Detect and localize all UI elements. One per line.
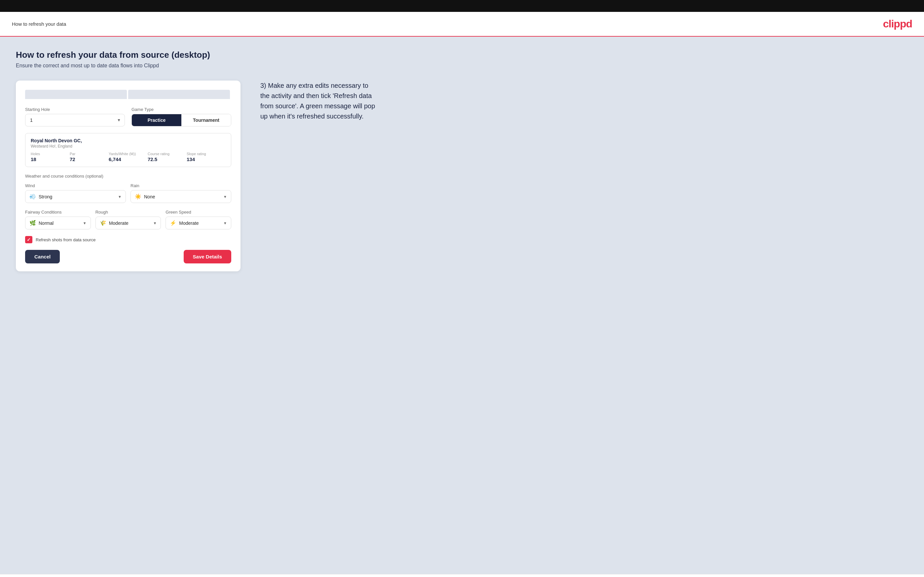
rain-select[interactable]: ☀️ None ▼ bbox=[131, 190, 231, 203]
rain-icon: ☀️ bbox=[135, 193, 141, 200]
course-info-box: Royal North Devon GC, Westward Ho!, Engl… bbox=[25, 133, 231, 167]
wind-label: Wind bbox=[25, 183, 126, 188]
green-speed-label: Green Speed bbox=[165, 210, 231, 214]
fairway-select[interactable]: 🌿 Normal ▼ bbox=[25, 216, 91, 229]
game-type-field: Game Type Practice Tournament bbox=[131, 107, 231, 126]
rough-value: Moderate bbox=[109, 221, 151, 226]
yards-value: 6,744 bbox=[109, 156, 148, 162]
rough-select[interactable]: 🌾 Moderate ▼ bbox=[95, 216, 161, 229]
tab-placeholder-1 bbox=[25, 90, 127, 99]
par-value: 72 bbox=[70, 156, 109, 162]
wind-arrow-icon: ▼ bbox=[118, 195, 121, 199]
green-speed-select[interactable]: ⚡ Moderate ▼ bbox=[165, 216, 231, 229]
course-location: Westward Ho!, England bbox=[31, 144, 226, 148]
wind-field: Wind 💨 Strong ▼ bbox=[25, 183, 126, 203]
starting-hole-select-wrapper: 1 ▼ bbox=[25, 114, 125, 126]
game-type-label: Game Type bbox=[131, 107, 231, 112]
stat-slope-rating: Slope rating 134 bbox=[187, 152, 226, 162]
holes-label: Holes bbox=[31, 152, 70, 156]
side-note: 3) Make any extra edits necessary to the… bbox=[260, 81, 379, 121]
stat-holes: Holes 18 bbox=[31, 152, 70, 162]
wind-select[interactable]: 💨 Strong ▼ bbox=[25, 190, 126, 203]
par-label: Par bbox=[70, 152, 109, 156]
fairway-label: Fairway Conditions bbox=[25, 210, 91, 214]
page-subheading: Ensure the correct and most up to date d… bbox=[16, 63, 908, 69]
fairway-value: Normal bbox=[39, 221, 80, 226]
fairway-icon: 🌿 bbox=[29, 220, 36, 226]
slope-rating-value: 134 bbox=[187, 156, 226, 162]
course-stats: Holes 18 Par 72 Yards/White (M)) 6,744 C… bbox=[31, 152, 226, 162]
stat-yards: Yards/White (M)) 6,744 bbox=[109, 152, 148, 162]
tab-placeholder-2 bbox=[128, 90, 230, 99]
game-type-toggle: Practice Tournament bbox=[131, 114, 231, 126]
practice-button[interactable]: Practice bbox=[132, 114, 181, 126]
wind-icon: 💨 bbox=[29, 193, 36, 200]
main-content: How to refresh your data from source (de… bbox=[0, 37, 924, 574]
green-speed-field: Green Speed ⚡ Moderate ▼ bbox=[165, 210, 231, 229]
action-row: Cancel Save Details bbox=[25, 250, 231, 263]
refresh-checkbox-row: ✓ Refresh shots from data source bbox=[25, 236, 231, 243]
page-heading: How to refresh your data from source (de… bbox=[16, 50, 908, 60]
rough-arrow-icon: ▼ bbox=[153, 221, 157, 225]
starting-hole-select[interactable]: 1 bbox=[25, 114, 125, 126]
checkmark-icon: ✓ bbox=[27, 237, 31, 242]
holes-value: 18 bbox=[31, 156, 70, 162]
tournament-button[interactable]: Tournament bbox=[181, 114, 231, 126]
fairway-arrow-icon: ▼ bbox=[83, 221, 87, 225]
conditions-row: Fairway Conditions 🌿 Normal ▼ Rough 🌾 Mo… bbox=[25, 210, 231, 229]
header-title: How to refresh your data bbox=[12, 21, 66, 27]
wind-rain-row: Wind 💨 Strong ▼ Rain ☀️ None ▼ bbox=[25, 183, 231, 203]
content-row: Starting Hole 1 ▼ Game Type Practice Tou… bbox=[16, 81, 908, 271]
starting-hole-field: Starting Hole 1 ▼ bbox=[25, 107, 125, 126]
refresh-checkbox[interactable]: ✓ bbox=[25, 236, 32, 243]
slope-rating-label: Slope rating bbox=[187, 152, 226, 156]
cancel-button[interactable]: Cancel bbox=[25, 250, 60, 263]
rain-label: Rain bbox=[131, 183, 231, 188]
save-details-button[interactable]: Save Details bbox=[184, 250, 231, 263]
rain-arrow-icon: ▼ bbox=[223, 195, 227, 199]
wind-value: Strong bbox=[39, 194, 115, 199]
rain-value: None bbox=[144, 194, 221, 199]
green-speed-icon: ⚡ bbox=[170, 220, 176, 226]
green-speed-arrow-icon: ▼ bbox=[223, 221, 227, 225]
yards-label: Yards/White (M)) bbox=[109, 152, 148, 156]
starting-hole-label: Starting Hole bbox=[25, 107, 125, 112]
stat-course-rating: Course rating 72.5 bbox=[148, 152, 187, 162]
rain-field: Rain ☀️ None ▼ bbox=[131, 183, 231, 203]
hole-gametype-row: Starting Hole 1 ▼ Game Type Practice Tou… bbox=[25, 107, 231, 126]
form-card: Starting Hole 1 ▼ Game Type Practice Tou… bbox=[16, 81, 241, 271]
green-speed-value: Moderate bbox=[179, 221, 221, 226]
course-rating-label: Course rating bbox=[148, 152, 187, 156]
page-header: How to refresh your data clippd bbox=[0, 12, 924, 37]
refresh-label: Refresh shots from data source bbox=[36, 237, 95, 242]
rough-label: Rough bbox=[95, 210, 161, 214]
fairway-field: Fairway Conditions 🌿 Normal ▼ bbox=[25, 210, 91, 229]
course-name: Royal North Devon GC, bbox=[31, 138, 226, 143]
stat-par: Par 72 bbox=[70, 152, 109, 162]
course-rating-value: 72.5 bbox=[148, 156, 187, 162]
side-note-text: 3) Make any extra edits necessary to the… bbox=[260, 81, 379, 121]
rough-icon: 🌾 bbox=[100, 220, 107, 226]
top-tabs bbox=[25, 90, 231, 99]
page-footer: Copyright Clippd 2022 bbox=[0, 574, 924, 577]
rough-field: Rough 🌾 Moderate ▼ bbox=[95, 210, 161, 229]
logo: clippd bbox=[883, 18, 912, 30]
weather-section-title: Weather and course conditions (optional) bbox=[25, 174, 231, 179]
